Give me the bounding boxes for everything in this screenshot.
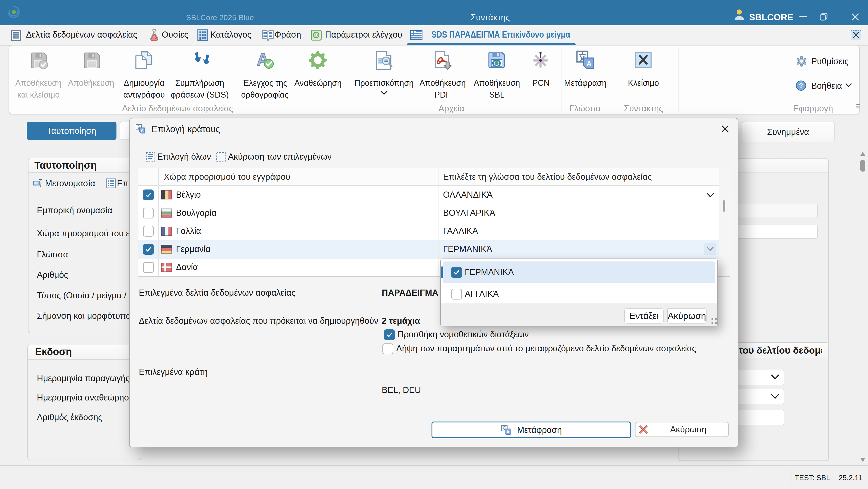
svg-text:A: A [141,128,144,133]
svg-text:A: A [506,429,509,434]
svg-text:A: A [586,60,592,68]
svg-text:?: ? [799,82,803,89]
